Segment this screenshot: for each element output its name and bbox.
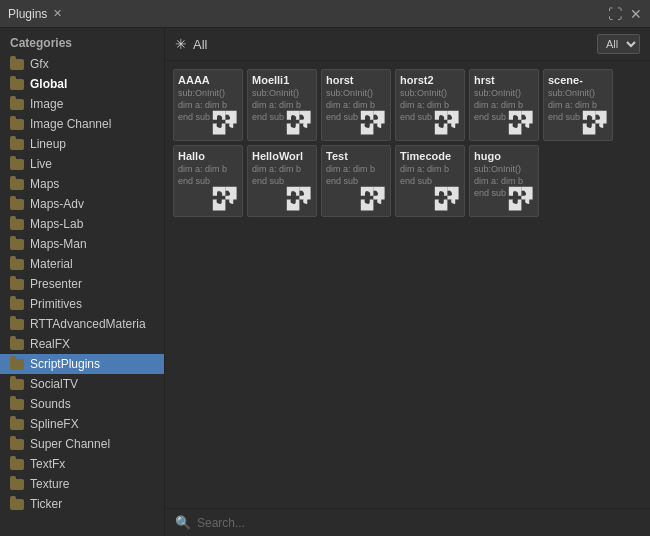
sidebar-item-maps[interactable]: Maps — [0, 174, 164, 194]
sidebar-item-live[interactable]: Live — [0, 154, 164, 174]
folder-icon — [10, 359, 24, 370]
puzzle-icon — [432, 184, 460, 212]
plugin-card-name: Moelli1 — [252, 74, 312, 87]
sidebar-item-label: Maps-Adv — [30, 197, 84, 211]
sidebar-item-maps-lab[interactable]: Maps-Lab — [0, 214, 164, 234]
folder-icon — [10, 439, 24, 450]
sidebar-item-ticker[interactable]: Ticker — [0, 494, 164, 514]
all-icon: ✳ — [175, 36, 187, 52]
puzzle-icon — [284, 108, 312, 136]
puzzle-icon — [284, 184, 312, 212]
sidebar-item-textfx[interactable]: TextFx — [0, 454, 164, 474]
all-label: All — [193, 37, 207, 52]
sidebar-item-label: Material — [30, 257, 73, 271]
sidebar-item-global[interactable]: Global — [0, 74, 164, 94]
sidebar-header: Categories — [0, 28, 164, 54]
folder-icon — [10, 279, 24, 290]
plugin-card-name: AAAA — [178, 74, 238, 87]
folder-icon — [10, 219, 24, 230]
title-bar: Plugins ✕ ⛶ ✕ — [0, 0, 650, 28]
content-area: ✳ All All AAAAsub:OnInit() dim a: dim b … — [165, 28, 650, 536]
plugin-card-name: hrst — [474, 74, 534, 87]
sidebar-item-image[interactable]: Image — [0, 94, 164, 114]
sidebar-item-scriptplugins[interactable]: ScriptPlugins — [0, 354, 164, 374]
puzzle-icon — [210, 184, 238, 212]
folder-icon — [10, 399, 24, 410]
sidebar-item-sounds[interactable]: Sounds — [0, 394, 164, 414]
sidebar-item-material[interactable]: Material — [0, 254, 164, 274]
sidebar-item-label: Primitives — [30, 297, 82, 311]
puzzle-icon — [358, 184, 386, 212]
folder-icon — [10, 379, 24, 390]
search-icon: 🔍 — [175, 515, 191, 530]
search-input[interactable] — [197, 516, 640, 530]
sidebar-item-label: Ticker — [30, 497, 62, 511]
plugin-card-name: HelloWorl — [252, 150, 312, 163]
sidebar-item-texture[interactable]: Texture — [0, 474, 164, 494]
plugin-card[interactable]: Testdim a: dim b end sub — [321, 145, 391, 217]
plugin-card[interactable]: Hallodim a: dim b end sub — [173, 145, 243, 217]
plugin-card[interactable]: Timecodedim a: dim b end sub — [395, 145, 465, 217]
sidebar-item-label: RTTAdvancedMateria — [30, 317, 146, 331]
sidebar-item-label: Live — [30, 157, 52, 171]
folder-icon — [10, 479, 24, 490]
sidebar-item-gfx[interactable]: Gfx — [0, 54, 164, 74]
sidebar-item-primitives[interactable]: Primitives — [0, 294, 164, 314]
sidebar-item-lineup[interactable]: Lineup — [0, 134, 164, 154]
plugin-card[interactable]: HelloWorldim a: dim b end sub — [247, 145, 317, 217]
plugin-card-name: hugo — [474, 150, 534, 163]
folder-icon — [10, 459, 24, 470]
folder-icon — [10, 99, 24, 110]
expand-icon[interactable]: ⛶ — [608, 6, 622, 22]
puzzle-icon — [358, 108, 386, 136]
sidebar-item-socialtv[interactable]: SocialTV — [0, 374, 164, 394]
plugin-card[interactable]: hugosub:OnInit() dim a: dim b end sub — [469, 145, 539, 217]
close-button[interactable]: ✕ — [53, 7, 62, 20]
plugin-card-name: horst2 — [400, 74, 460, 87]
sidebar-item-rttadvanced[interactable]: RTTAdvancedMateria — [0, 314, 164, 334]
plugin-card-name: horst — [326, 74, 386, 87]
plugin-card[interactable]: horst2sub:OnInit() dim a: dim b end sub — [395, 69, 465, 141]
sidebar-item-image-channel[interactable]: Image Channel — [0, 114, 164, 134]
folder-icon — [10, 119, 24, 130]
sidebar-item-label: Global — [30, 77, 67, 91]
sidebar-item-maps-man[interactable]: Maps-Man — [0, 234, 164, 254]
sidebar-item-label: ScriptPlugins — [30, 357, 100, 371]
plugin-card[interactable]: Moelli1sub:OnInit() dim a: dim b end sub — [247, 69, 317, 141]
category-dropdown[interactable]: All — [597, 34, 640, 54]
puzzle-icon — [432, 108, 460, 136]
sidebar-item-realfx[interactable]: RealFX — [0, 334, 164, 354]
plugin-card-name: Hallo — [178, 150, 238, 163]
sidebar-item-superchannel[interactable]: Super Channel — [0, 434, 164, 454]
folder-icon — [10, 299, 24, 310]
plugin-card[interactable]: hrstsub:OnInit() dim a: dim b end sub — [469, 69, 539, 141]
plugin-card-name: Timecode — [400, 150, 460, 163]
folder-icon — [10, 179, 24, 190]
sidebar-item-splinefx[interactable]: SplineFX — [0, 414, 164, 434]
window-title: Plugins — [8, 7, 47, 21]
search-bar: 🔍 — [165, 508, 650, 536]
sidebar-item-label: Gfx — [30, 57, 49, 71]
folder-icon — [10, 159, 24, 170]
sidebar: Categories GfxGlobalImageImage ChannelLi… — [0, 28, 165, 536]
puzzle-icon — [580, 108, 608, 136]
plugin-grid: AAAAsub:OnInit() dim a: dim b end sub Mo… — [165, 61, 650, 508]
sidebar-item-label: Image — [30, 97, 63, 111]
sidebar-item-label: RealFX — [30, 337, 70, 351]
close-window-icon[interactable]: ✕ — [630, 6, 642, 22]
sidebar-item-label: Presenter — [30, 277, 82, 291]
folder-icon — [10, 59, 24, 70]
sidebar-item-label: TextFx — [30, 457, 65, 471]
title-bar-left: Plugins ✕ — [8, 7, 62, 21]
plugin-card-name: scene- — [548, 74, 608, 87]
folder-icon — [10, 139, 24, 150]
plugin-card[interactable]: AAAAsub:OnInit() dim a: dim b end sub — [173, 69, 243, 141]
sidebar-item-presenter[interactable]: Presenter — [0, 274, 164, 294]
plugin-card[interactable]: scene-sub:OnInit() dim a: dim b end sub — [543, 69, 613, 141]
sidebar-item-label: Image Channel — [30, 117, 111, 131]
plugin-card[interactable]: horstsub:OnInit() dim a: dim b end sub — [321, 69, 391, 141]
sidebar-item-maps-adv[interactable]: Maps-Adv — [0, 194, 164, 214]
title-bar-right: ⛶ ✕ — [608, 6, 642, 22]
sidebar-item-label: SplineFX — [30, 417, 79, 431]
folder-icon — [10, 79, 24, 90]
